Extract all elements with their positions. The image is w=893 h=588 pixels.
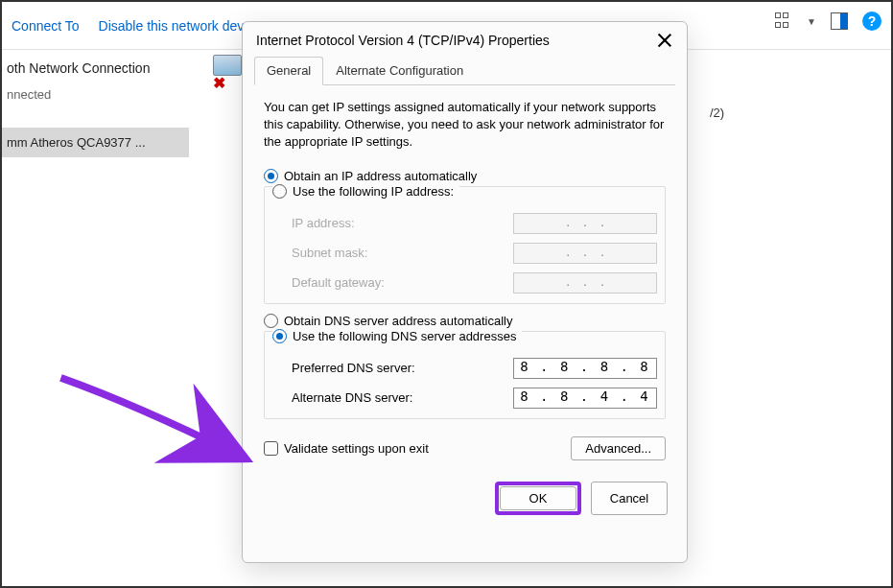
ok-button-highlight: OK — [495, 482, 581, 515]
tab-alternate-configuration[interactable]: Alternate Configuration — [323, 57, 476, 84]
view-options-icon[interactable] — [775, 12, 792, 30]
view-dropdown-icon[interactable]: ▼ — [807, 16, 816, 27]
ipv4-properties-dialog: Internet Protocol Version 4 (TCP/IPv4) P… — [242, 21, 688, 563]
tab-general[interactable]: General — [254, 57, 323, 85]
dns-manual-fieldset: Use the following DNS server addresses P… — [264, 331, 666, 419]
checkbox-validate-on-exit[interactable] — [264, 441, 278, 456]
input-ip-address: ... — [513, 213, 657, 234]
ok-button[interactable]: OK — [500, 486, 576, 510]
label-dns-auto: Obtain DNS server address automatically — [284, 314, 512, 328]
label-subnet-mask: Subnet mask: — [292, 246, 368, 260]
connection-status: nnected — [2, 76, 189, 102]
label-ip-address: IP address: — [292, 216, 355, 230]
tab-strip: General Alternate Configuration — [254, 57, 675, 85]
input-preferred-dns[interactable]: 8 . 8 . 8 . 8 — [513, 358, 657, 379]
label-validate-on-exit: Validate settings upon exit — [284, 441, 429, 456]
label-ip-auto: Obtain an IP address automatically — [284, 169, 477, 183]
cancel-button[interactable]: Cancel — [591, 482, 668, 515]
radio-dns-auto[interactable] — [264, 314, 278, 328]
label-dns-manual: Use the following DNS server addresses — [293, 329, 516, 343]
close-icon[interactable] — [656, 32, 673, 49]
advanced-button[interactable]: Advanced... — [571, 436, 666, 460]
input-alternate-dns[interactable]: 8 . 8 . 4 . 4 — [513, 388, 657, 409]
dialog-titlebar: Internet Protocol Version 4 (TCP/IPv4) P… — [243, 22, 687, 57]
input-default-gateway: ... — [513, 272, 657, 294]
radio-ip-manual[interactable] — [272, 184, 287, 199]
label-preferred-dns: Preferred DNS server: — [292, 361, 415, 375]
disconnected-x-icon: ✖ — [213, 74, 225, 92]
disable-device-link[interactable]: Disable this network dev — [99, 18, 245, 34]
connection-name: oth Network Connection — [2, 55, 189, 76]
dialog-footer: OK Cancel — [243, 470, 687, 527]
label-default-gateway: Default gateway: — [292, 275, 385, 290]
adapter-name[interactable]: mm Atheros QCA9377 ... — [2, 128, 189, 157]
preview-pane-icon[interactable] — [831, 12, 848, 30]
connect-to-link[interactable]: Connect To — [12, 18, 80, 34]
radio-dns-manual[interactable] — [272, 329, 287, 343]
ip-manual-fieldset: Use the following IP address: IP address… — [264, 186, 666, 304]
label-alternate-dns: Alternate DNS server: — [292, 390, 412, 405]
intro-text: You can get IP settings assigned automat… — [264, 99, 666, 152]
label-ip-manual: Use the following IP address: — [293, 184, 454, 199]
input-subnet-mask: ... — [513, 243, 657, 264]
radio-ip-auto[interactable] — [264, 169, 278, 183]
dialog-title: Internet Protocol Version 4 (TCP/IPv4) P… — [256, 33, 550, 48]
help-icon[interactable]: ? — [862, 12, 881, 31]
background-text-fragment: /2) — [710, 106, 724, 120]
